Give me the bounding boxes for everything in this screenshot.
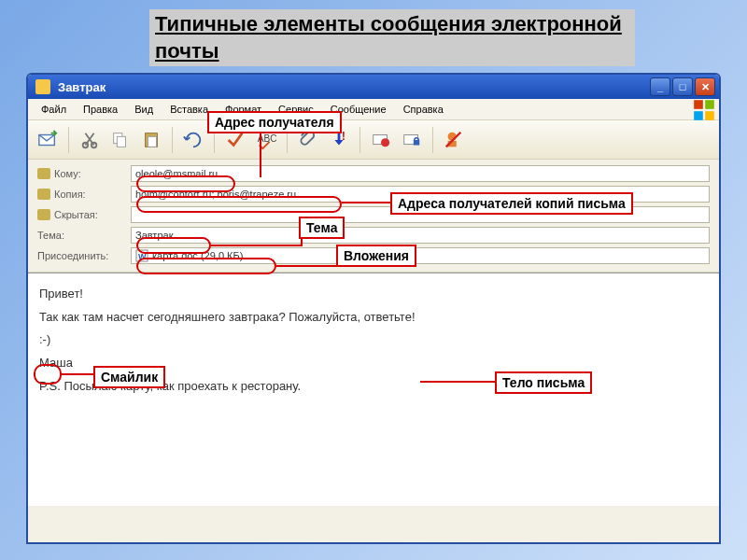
cut-button[interactable]: [76, 126, 104, 154]
body-line: Так как там насчет сегодняшнего завтрака…: [39, 306, 708, 329]
callout-cc: Адреса получателей копий письма: [390, 192, 633, 215]
connector: [211, 245, 301, 246]
slide-title: Типичные элементы сообщения электронной …: [149, 9, 635, 66]
menu-edit[interactable]: Правка: [76, 102, 125, 117]
addressbook-icon: [37, 189, 50, 200]
callout-smiley: Смайлик: [93, 366, 165, 388]
to-label: Кому:: [37, 168, 131, 179]
svg-rect-2: [694, 111, 703, 120]
app-icon: [35, 79, 50, 94]
svg-rect-16: [414, 140, 419, 146]
oval-smiley: [34, 364, 62, 385]
encrypt-button[interactable]: [398, 126, 426, 154]
paste-button[interactable]: [137, 126, 165, 154]
svg-rect-10: [148, 136, 156, 147]
titlebar: Завтрак _ □ ✕: [28, 75, 719, 99]
undo-button[interactable]: [179, 126, 207, 154]
subject-label: Тема:: [37, 230, 131, 241]
windows-logo-icon: [693, 101, 715, 119]
callout-subject: Тема: [299, 217, 345, 239]
oval-cc: [136, 196, 342, 213]
svg-text:!: !: [342, 130, 345, 143]
connector: [260, 131, 261, 177]
offline-button[interactable]: [440, 126, 468, 154]
svg-point-14: [381, 138, 389, 147]
addressbook-icon: [37, 209, 50, 220]
menubar: Файл Правка Вид Вставка Формат Сервис Со…: [28, 99, 719, 120]
svg-rect-0: [694, 100, 703, 109]
body-smiley: :-): [39, 329, 708, 352]
callout-recipient: Адрес получателя: [207, 111, 342, 133]
callout-attachments: Вложения: [336, 245, 416, 267]
connector: [276, 265, 338, 267]
oval-to: [136, 175, 235, 192]
subject-field[interactable]: Завтрак: [131, 227, 710, 244]
attach-label: Присоединить:: [37, 250, 131, 261]
callout-body: Тело письма: [495, 371, 592, 394]
menu-view[interactable]: Вид: [127, 102, 161, 117]
connector: [62, 373, 93, 375]
copy-button[interactable]: [106, 126, 134, 154]
svg-rect-8: [117, 136, 125, 147]
body-line: Привет!: [39, 283, 708, 306]
sign-button[interactable]: [367, 126, 395, 154]
send-button[interactable]: [34, 126, 62, 154]
toolbar: ABC !: [28, 120, 719, 160]
svg-rect-1: [705, 100, 714, 109]
svg-rect-3: [705, 111, 714, 120]
close-button[interactable]: ✕: [695, 77, 715, 96]
oval-attach: [136, 258, 276, 274]
minimize-button[interactable]: _: [650, 77, 670, 96]
menu-file[interactable]: Файл: [34, 102, 74, 117]
bcc-label: Скрытая:: [37, 209, 131, 220]
connector: [420, 381, 495, 383]
cc-label: Копия:: [37, 189, 131, 200]
oval-subject: [136, 237, 211, 254]
maximize-button[interactable]: □: [672, 77, 693, 96]
addressbook-icon: [37, 168, 50, 179]
connector: [342, 202, 390, 203]
window-title: Завтрак: [54, 80, 650, 94]
menu-help[interactable]: Справка: [396, 102, 451, 117]
message-body[interactable]: Привет! Так как там насчет сегодняшнего …: [28, 273, 719, 506]
compose-window: Завтрак _ □ ✕ Файл Правка Вид Вставка Фо…: [26, 73, 721, 544]
